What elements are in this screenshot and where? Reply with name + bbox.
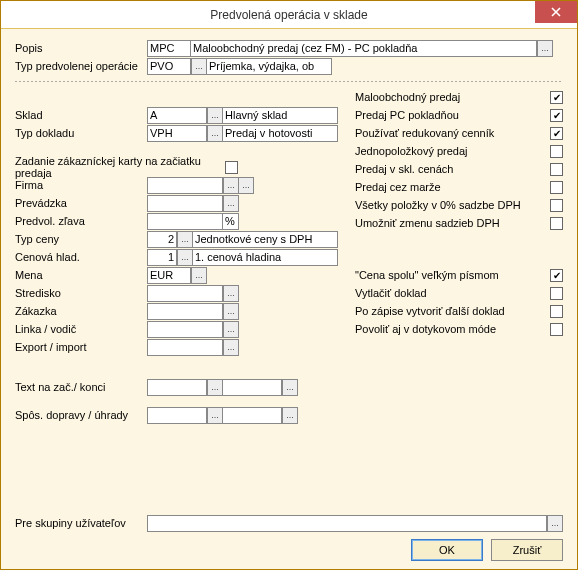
label-vytlacit: Vytlačiť doklad <box>355 287 427 299</box>
sklad-desc-field: Hlavný sklad <box>222 107 338 124</box>
separator <box>15 81 563 82</box>
povolit-dotyk-checkbox[interactable] <box>550 323 563 336</box>
dialog-body: Popis MPC Maloobchodný predaj (cez FM) -… <box>1 29 577 569</box>
maloobchodny-checkbox[interactable]: ✔ <box>550 91 563 104</box>
zadanie-karty-checkbox[interactable] <box>225 161 238 174</box>
pouzivat-redukovany-checkbox[interactable]: ✔ <box>550 127 563 140</box>
text-zac-a-field[interactable] <box>147 379 207 396</box>
text-zac-b-field[interactable] <box>222 379 282 396</box>
popis-lookup-button[interactable]: ... <box>537 40 553 57</box>
typ-ceny-desc-field: Jednotkové ceny s DPH <box>192 231 338 248</box>
ok-button[interactable]: OK <box>411 539 483 561</box>
label-stredisko: Stredisko <box>15 287 147 299</box>
typ-ceny-code-field[interactable]: 2 <box>147 231 177 248</box>
text-zac-b-lookup-button[interactable]: ... <box>282 379 298 396</box>
label-po-zapise: Po zápise vytvoriť ďalší doklad <box>355 305 505 317</box>
predaj-marze-checkbox[interactable] <box>550 181 563 194</box>
predvol-zlava-field[interactable] <box>147 213 223 230</box>
label-spos-dopravy: Spôs. dopravy / úhrady <box>15 409 147 421</box>
label-povolit-dotyk: Povoliť aj v dotykovom móde <box>355 323 496 335</box>
vsetky-0dph-checkbox[interactable] <box>550 199 563 212</box>
typ-predvolenej-lookup-button[interactable]: ... <box>191 58 207 75</box>
vytlacit-checkbox[interactable] <box>550 287 563 300</box>
label-popis: Popis <box>15 42 147 54</box>
pre-skupiny-lookup-button[interactable]: ... <box>547 515 563 532</box>
zakazka-field[interactable] <box>147 303 223 320</box>
label-typ-predvolenej: Typ predvolenej operácie <box>15 60 147 72</box>
label-predvol-zlava: Predvol. zľava <box>15 215 147 227</box>
cenova-hlad-code-field[interactable]: 1 <box>147 249 177 266</box>
label-predaj-marze: Predaj cez marže <box>355 181 441 193</box>
typ-dokladu-code-field[interactable]: VPH <box>147 125 207 142</box>
label-pre-skupiny: Pre skupiny užívateľov <box>15 517 147 529</box>
spos-b-field[interactable] <box>222 407 282 424</box>
typ-ceny-lookup-button[interactable]: ... <box>177 231 193 248</box>
spos-b-lookup-button[interactable]: ... <box>282 407 298 424</box>
firma-lookup2-button[interactable]: ... <box>238 177 254 194</box>
left-column: Sklad A ... Hlavný sklad Typ dokladu VPH… <box>15 88 345 424</box>
label-umoznit-zmenu: Umožniť zmenu sadzieb DPH <box>355 217 500 229</box>
label-cena-spolu: "Cena spolu" veľkým písmom <box>355 269 499 281</box>
label-cenova-hlad: Cenová hlad. <box>15 251 147 263</box>
predvol-zlava-unit: % <box>223 213 239 230</box>
right-column: Maloobchodný predaj✔ Predaj PC pokladňou… <box>355 88 563 424</box>
text-zac-a-lookup-button[interactable]: ... <box>207 379 223 396</box>
firma-field[interactable] <box>147 177 223 194</box>
predaj-skl-checkbox[interactable] <box>550 163 563 176</box>
cenova-hlad-desc-field: 1. cenová hladina <box>192 249 338 266</box>
label-typ-ceny: Typ ceny <box>15 233 147 245</box>
spos-a-lookup-button[interactable]: ... <box>207 407 223 424</box>
label-export: Export / import <box>15 341 147 353</box>
label-zakazka: Zákazka <box>15 305 147 317</box>
predaj-pc-checkbox[interactable]: ✔ <box>550 109 563 122</box>
popis-desc-field[interactable]: Maloobchodný predaj (cez FM) - PC poklad… <box>191 40 537 57</box>
window-title: Predvolená operácia v sklade <box>210 8 367 22</box>
prevadzka-field[interactable] <box>147 195 223 212</box>
label-firma: Firma <box>15 179 147 191</box>
sklad-code-field[interactable]: A <box>147 107 207 124</box>
spos-a-field[interactable] <box>147 407 207 424</box>
po-zapise-checkbox[interactable] <box>550 305 563 318</box>
prevadzka-lookup-button[interactable]: ... <box>223 195 239 212</box>
label-vsetky-0dph: Všetky položky v 0% sadzbe DPH <box>355 199 521 211</box>
zakazka-lookup-button[interactable]: ... <box>223 303 239 320</box>
label-pouzivat-redukovany: Používať redukovaný cenník <box>355 127 494 139</box>
cena-spolu-checkbox[interactable]: ✔ <box>550 269 563 282</box>
stredisko-field[interactable] <box>147 285 223 302</box>
export-lookup-button[interactable]: ... <box>223 339 239 356</box>
close-button[interactable] <box>535 1 577 23</box>
label-mena: Mena <box>15 269 147 281</box>
label-jednopolozkovy: Jednopoložkový predaj <box>355 145 468 157</box>
export-field[interactable] <box>147 339 223 356</box>
linka-field[interactable] <box>147 321 223 338</box>
umoznit-zmenu-checkbox[interactable] <box>550 217 563 230</box>
label-prevadzka: Prevádzka <box>15 197 147 209</box>
mena-field[interactable]: EUR <box>147 267 191 284</box>
mena-lookup-button[interactable]: ... <box>191 267 207 284</box>
typ-predvolenej-code-field[interactable]: PVO <box>147 58 191 75</box>
label-typ-dokladu: Typ dokladu <box>15 127 147 139</box>
pre-skupiny-field[interactable] <box>147 515 547 532</box>
jednopolozkovy-checkbox[interactable] <box>550 145 563 158</box>
typ-dokladu-lookup-button[interactable]: ... <box>207 125 223 142</box>
label-text-zac: Text na zač./ konci <box>15 381 147 393</box>
label-maloobchodny: Maloobchodný predaj <box>355 91 460 103</box>
cenova-hlad-lookup-button[interactable]: ... <box>177 249 193 266</box>
sklad-lookup-button[interactable]: ... <box>207 107 223 124</box>
typ-dokladu-desc-field: Predaj v hotovosti <box>222 125 338 142</box>
firma-lookup-button[interactable]: ... <box>223 177 239 194</box>
typ-predvolenej-desc-field: Príjemka, výdajka, ob <box>206 58 332 75</box>
label-sklad: Sklad <box>15 109 147 121</box>
stredisko-lookup-button[interactable]: ... <box>223 285 239 302</box>
linka-lookup-button[interactable]: ... <box>223 321 239 338</box>
label-predaj-pc: Predaj PC pokladňou <box>355 109 459 121</box>
titlebar: Predvolená operácia v sklade <box>1 1 577 29</box>
popis-code-field[interactable]: MPC <box>147 40 191 57</box>
label-linka: Linka / vodič <box>15 323 147 335</box>
dialog-window: Predvolená operácia v sklade Popis MPC M… <box>0 0 578 570</box>
label-predaj-skl: Predaj v skl. cenách <box>355 163 453 175</box>
cancel-button[interactable]: Zrušiť <box>491 539 563 561</box>
label-zadanie-karty: Zadanie zákazníckej karty na začiatku pr… <box>15 155 225 179</box>
